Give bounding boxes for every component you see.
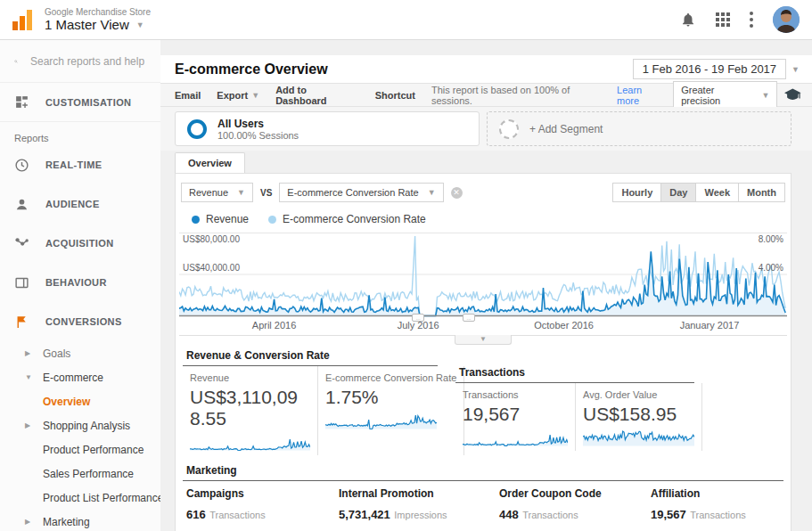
section-heading-revenue-conversion: Revenue & Conversion Rate [183,349,438,366]
segments-bar: All Users 100.00% Sessions + Add Segment [160,107,812,151]
summary-section: Revenue & Conversion Rate Revenue US$3,1… [179,346,787,455]
y-axis-right-tick-8: 8.00% [759,234,783,244]
sidebar-item-real-time[interactable]: REAL-TIME [0,145,160,184]
sidebar-item-goals[interactable]: ▶ Goals [0,341,160,365]
x-axis-tick: January 2017 [680,320,740,331]
sidebar-item-product-list-performance[interactable]: Product List Performance [0,486,160,510]
segment-all-users[interactable]: All Users 100.00% Sessions [175,111,480,146]
y-axis-left-tick-80k: US$80,000.00 [183,234,240,244]
sidebar-item-product-performance[interactable]: Product Performance [0,437,160,462]
precision-dropdown[interactable]: Greater precision ▼ [673,81,777,110]
marketing-col-order-coupon-code[interactable]: Order Coupon Code 448 Transactions US$86… [499,487,651,531]
legend-label-rate: E-commerce Conversion Rate [283,213,426,225]
chevron-right-icon: ▶ [25,421,34,429]
rate-sparkline [325,411,437,430]
transactions-sparkline [463,428,568,447]
more-options-kebab-icon[interactable] [750,12,753,28]
remove-metric-icon[interactable]: ✕ [451,187,463,199]
flag-icon [14,315,29,330]
scorecard-transactions[interactable]: Transactions 19,567 [455,383,576,451]
account-switcher[interactable]: Google Merchandise Store 1 Master View ▼ [45,7,151,32]
granularity-hourly[interactable]: Hourly [612,183,661,202]
apps-grid-icon[interactable] [716,12,730,27]
page-title: E-commerce Overview [175,61,328,78]
marketing-section: Marketing Campaigns 616 Transactions US$… [179,455,787,531]
sampling-badge-icon[interactable] [784,88,801,102]
sidebar-item-ecommerce[interactable]: ▼ E-commerce [0,365,160,389]
metric-unit: Transactions [522,510,578,520]
scorecard-label: Transactions [463,389,568,400]
y-axis-right-tick-4: 4.00% [759,263,783,273]
sidebar-item-shopping-analysis[interactable]: ▶ Shopping Analysis [0,413,160,437]
revenue-sparkline [190,432,310,452]
metric2-dropdown[interactable]: E-commerce Conversion Rate ▼ [279,183,443,202]
marketing-col-title: Order Coupon Code [499,487,651,500]
marketing-col-affiliation[interactable]: Affiliation 19,567 Transactions US$3,110… [651,487,787,531]
notifications-bell-icon[interactable] [680,12,696,28]
chart-divider: ▼ [179,335,787,346]
shortcut-button[interactable]: Shortcut [375,90,415,101]
date-range-value: 1 Feb 2016 - 19 Feb 2017 [633,59,786,79]
marketing-col-internal-promotion[interactable]: Internal Promotion 5,731,421 Impressions [339,487,499,531]
report-panel: Revenue ▼ vs E-commerce Conversion Rate … [175,173,791,531]
precision-value: Greater precision [681,85,754,106]
metric-value: 5,731,421 [339,508,390,521]
add-segment-circle-icon [499,119,519,139]
tab-overview[interactable]: Overview [175,152,245,173]
metric2-value: E-commerce Conversion Rate [287,187,418,198]
add-segment-label: + Add Segment [529,123,603,135]
scorecard-label: E-commerce Conversion Rate [325,372,456,383]
metric1-dropdown[interactable]: Revenue ▼ [181,183,253,202]
collapse-chart-button[interactable]: ▼ [455,335,512,345]
timeseries-chart[interactable]: US$80,000.00 US$40,000.00 8.00% 4.00% ..… [179,233,787,318]
granularity-month[interactable]: Month [739,183,785,202]
scorecard-revenue[interactable]: Revenue US$3,110,098.55 [183,366,318,455]
granularity-week[interactable]: Week [696,183,739,202]
sidebar-item-customisation[interactable]: CUSTOMISATION [0,83,160,122]
marketing-col-title: Affiliation [651,487,787,500]
granularity-toggle: Hourly Day Week Month [612,183,785,202]
sidebar-item-overview-active[interactable]: Overview [0,389,160,413]
add-to-dashboard-button[interactable]: Add to Dashboard [275,85,359,106]
sidebar: CUSTOMISATION Reports REAL-TIME AUDIENCE… [0,40,160,531]
sidebar-item-label: ACQUISITION [45,238,114,249]
chevron-right-icon: ▶ [25,349,34,357]
scorecard-avg-order-value[interactable]: Avg. Order Value US$158.95 [576,383,702,451]
sidebar-subitem-label: Overview [43,396,90,408]
marketing-col-title: Internal Promotion [339,487,499,500]
marketing-col-campaigns[interactable]: Campaigns 616 Transactions US$51,870.74 … [186,487,339,531]
granularity-day-selected[interactable]: Day [661,183,696,202]
search-bar[interactable] [0,40,160,83]
user-avatar[interactable] [773,6,800,33]
report-titlebar: E-commerce Overview 1 Feb 2016 - 19 Feb … [160,55,812,83]
sidebar-item-acquisition[interactable]: ACQUISITION [0,224,160,263]
date-range-selector[interactable]: 1 Feb 2016 - 19 Feb 2017 ▼ [633,59,800,79]
person-icon [14,197,29,212]
vs-label: vs [260,188,272,198]
marketing-col-title: Campaigns [186,487,339,500]
section-heading-marketing: Marketing [183,464,783,481]
sidebar-item-conversions[interactable]: CONVERSIONS [0,302,160,341]
window-icon [14,275,29,290]
sidebar-item-marketing[interactable]: ▶ Marketing [0,510,160,531]
chevron-down-icon: ▼ [251,91,259,100]
sidebar-item-behaviour[interactable]: BEHAVIOUR [0,263,160,302]
scorecard-conversion-rate[interactable]: E-commerce Conversion Rate 1.75% [318,366,464,455]
search-icon [14,54,18,69]
sidebar-subitem-label: Marketing [43,516,90,528]
chevron-down-icon: ▼ [25,373,34,381]
search-input[interactable] [30,55,146,68]
y-axis-left-tick-40k: US$40,000.00 [183,263,240,273]
email-button[interactable]: Email [175,90,201,101]
add-segment-button[interactable]: + Add Segment [487,111,791,146]
scorecard-label: Revenue [190,372,310,383]
x-axis-tick: April 2016 [252,320,297,331]
sidebar-subitem-label: Product Performance [43,444,144,456]
sidebar-item-audience[interactable]: AUDIENCE [0,184,160,224]
export-button[interactable]: Export ▼ [217,90,259,101]
learn-more-link[interactable]: Learn more [617,85,666,106]
metric1-value: Revenue [189,187,228,198]
scorecard-value: 19,567 [463,404,568,425]
x-axis-tick: October 2016 [534,320,594,331]
sidebar-item-sales-performance[interactable]: Sales Performance [0,462,160,486]
